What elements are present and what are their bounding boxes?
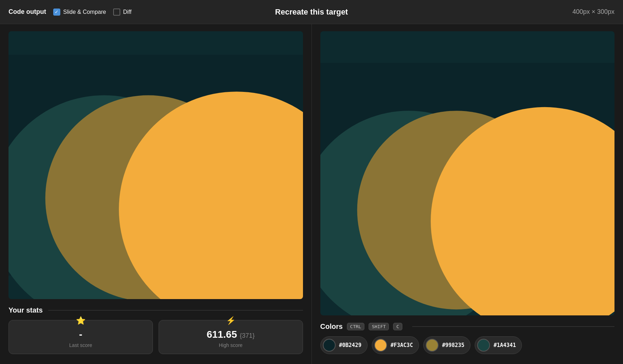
stats-title-row: Your stats: [9, 306, 303, 320]
header-right: 400px × 300px: [420, 8, 614, 16]
kbd-shift[interactable]: SHIFT: [369, 323, 389, 330]
code-output-title: Code output: [9, 8, 46, 16]
swatch-circle-4: [477, 339, 490, 352]
star-icon: ⭐: [76, 316, 86, 325]
color-swatch-1[interactable]: #0B2429: [320, 336, 368, 354]
colors-title: Colors: [320, 322, 343, 331]
colors-section: Colors CTRL SHIFT C #0B2429 #F3AC3C: [320, 322, 615, 357]
left-panel: Your stats ⭐ - Last score ⚡ 611.65 {371}…: [0, 24, 312, 364]
swatch-hex-4: #1A4341: [494, 342, 516, 348]
swatch-hex-1: #0B2429: [339, 342, 362, 348]
high-score-card: ⚡ 611.65 {371} High score: [159, 320, 303, 354]
stats-section: Your stats ⭐ - Last score ⚡ 611.65 {371}…: [9, 306, 303, 357]
last-score-card: ⭐ - Last score: [9, 320, 153, 354]
swatch-circle-3: [426, 339, 439, 352]
high-score-label: High score: [219, 342, 243, 348]
kbd-ctrl[interactable]: CTRL: [347, 323, 364, 330]
last-score-label: Last score: [69, 342, 92, 348]
header-left: Code output ✓ Slide & Compare Diff: [9, 8, 203, 16]
slide-compare-checkbox[interactable]: ✓: [53, 9, 60, 16]
high-score-secondary: {371}: [240, 332, 255, 339]
diff-label: Diff: [123, 9, 132, 15]
color-swatch-3[interactable]: #998235: [423, 336, 470, 354]
right-panel: Colors CTRL SHIFT C #0B2429 #F3AC3C: [312, 24, 623, 364]
diff-checkbox[interactable]: [113, 9, 120, 16]
stats-divider: [48, 310, 303, 310]
header: Code output ✓ Slide & Compare Diff Recre…: [0, 0, 623, 24]
kbd-c[interactable]: C: [393, 323, 402, 330]
color-swatch-2[interactable]: #F3AC3C: [372, 336, 419, 354]
swatch-circle-2: [374, 339, 387, 352]
high-score-value: 611.65 {371}: [206, 329, 254, 340]
code-output-canvas: [9, 31, 303, 299]
colors-divider: [412, 326, 614, 327]
stats-title: Your stats: [9, 306, 43, 314]
dimensions-label: 400px × 300px: [572, 8, 614, 15]
main-content: Your stats ⭐ - Last score ⚡ 611.65 {371}…: [0, 24, 623, 364]
color-swatches: #0B2429 #F3AC3C #998235 #1A4341: [320, 336, 615, 354]
swatch-hex-3: #998235: [442, 342, 464, 348]
stats-cards: ⭐ - Last score ⚡ 611.65 {371} High score: [9, 320, 303, 354]
target-graphic: [320, 31, 615, 315]
colors-header: Colors CTRL SHIFT C: [320, 322, 615, 331]
swatch-circle-1: [323, 339, 336, 352]
target-canvas: [320, 31, 615, 315]
recreate-label: Recreate this target: [275, 7, 348, 16]
output-graphic: [9, 31, 303, 299]
color-swatch-4[interactable]: #1A4341: [475, 336, 522, 354]
slide-compare-group[interactable]: ✓ Slide & Compare: [53, 9, 106, 16]
slide-compare-label: Slide & Compare: [63, 9, 106, 15]
diff-group[interactable]: Diff: [113, 9, 132, 16]
swatch-hex-2: #F3AC3C: [391, 342, 413, 348]
last-score-value: -: [79, 329, 82, 340]
header-center: Recreate this target: [214, 7, 409, 17]
lightning-icon: ⚡: [226, 316, 236, 325]
